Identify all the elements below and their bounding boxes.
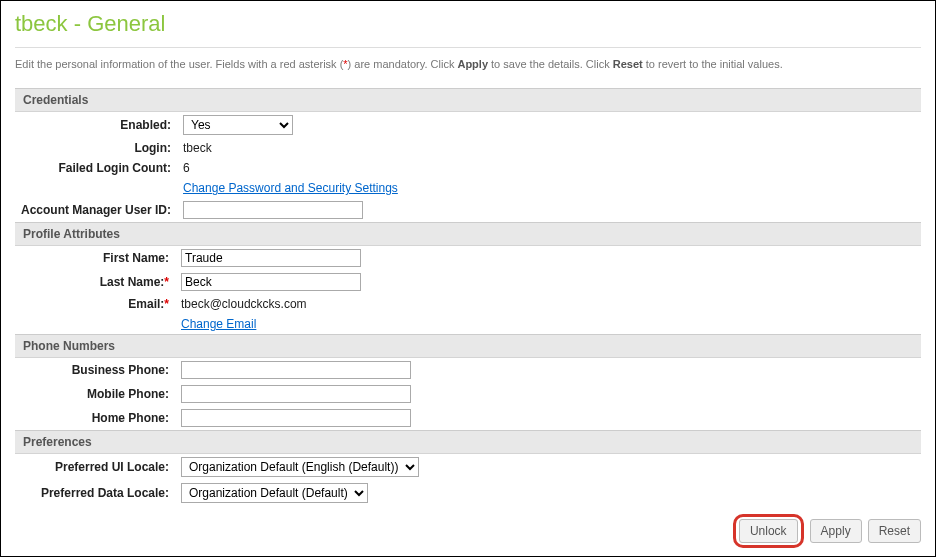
- instr-mid2: to save the details. Click: [488, 58, 613, 70]
- enabled-select[interactable]: Yes: [183, 115, 293, 135]
- instructions-text: Edit the personal information of the use…: [15, 58, 921, 70]
- failed-login-count-value: 6: [177, 158, 921, 178]
- change-email-link[interactable]: Change Email: [181, 317, 256, 331]
- title-divider: [15, 47, 921, 48]
- login-value: tbeck: [177, 138, 921, 158]
- data-locale-select[interactable]: Organization Default (Default): [181, 483, 368, 503]
- section-header-phone: Phone Numbers: [15, 334, 921, 358]
- account-manager-user-id-label: Account Manager User ID:: [15, 198, 177, 222]
- last-name-input[interactable]: [181, 273, 361, 291]
- unlock-button[interactable]: Unlock: [739, 519, 798, 543]
- required-asterisk-icon: *: [164, 275, 169, 289]
- section-header-credentials: Credentials: [15, 88, 921, 112]
- ui-locale-label: Preferred UI Locale:: [15, 454, 175, 480]
- business-phone-input[interactable]: [181, 361, 411, 379]
- mobile-phone-input[interactable]: [181, 385, 411, 403]
- email-value: tbeck@cloudckcks.com: [175, 294, 921, 314]
- section-header-preferences: Preferences: [15, 430, 921, 454]
- page-title: tbeck - General: [15, 11, 921, 37]
- data-locale-label: Preferred Data Locale:: [15, 480, 175, 506]
- instr-reset-bold: Reset: [613, 58, 643, 70]
- mobile-phone-label: Mobile Phone:: [15, 382, 175, 406]
- instr-suffix: to revert to the initial values.: [643, 58, 783, 70]
- instr-apply-bold: Apply: [457, 58, 488, 70]
- login-label: Login:: [15, 138, 177, 158]
- enabled-label: Enabled:: [15, 112, 177, 138]
- business-phone-label: Business Phone:: [15, 358, 175, 382]
- instr-prefix: Edit the personal information of the use…: [15, 58, 343, 70]
- home-phone-label: Home Phone:: [15, 406, 175, 430]
- change-password-link[interactable]: Change Password and Security Settings: [183, 181, 398, 195]
- home-phone-input[interactable]: [181, 409, 411, 427]
- apply-button[interactable]: Apply: [810, 519, 862, 543]
- unlock-highlight-ring: Unlock: [733, 514, 804, 548]
- first-name-input[interactable]: [181, 249, 361, 267]
- failed-login-count-label: Failed Login Count:: [15, 158, 177, 178]
- instr-mid1: ) are mandatory. Click: [348, 58, 458, 70]
- reset-button[interactable]: Reset: [868, 519, 921, 543]
- first-name-label: First Name:: [103, 251, 169, 265]
- button-bar: Unlock Apply Reset: [733, 514, 921, 548]
- required-asterisk-icon: *: [164, 297, 169, 311]
- section-header-profile: Profile Attributes: [15, 222, 921, 246]
- last-name-label: Last Name:: [100, 275, 165, 289]
- account-manager-user-id-input[interactable]: [183, 201, 363, 219]
- ui-locale-select[interactable]: Organization Default (English (Default)): [181, 457, 419, 477]
- email-label: Email:: [128, 297, 164, 311]
